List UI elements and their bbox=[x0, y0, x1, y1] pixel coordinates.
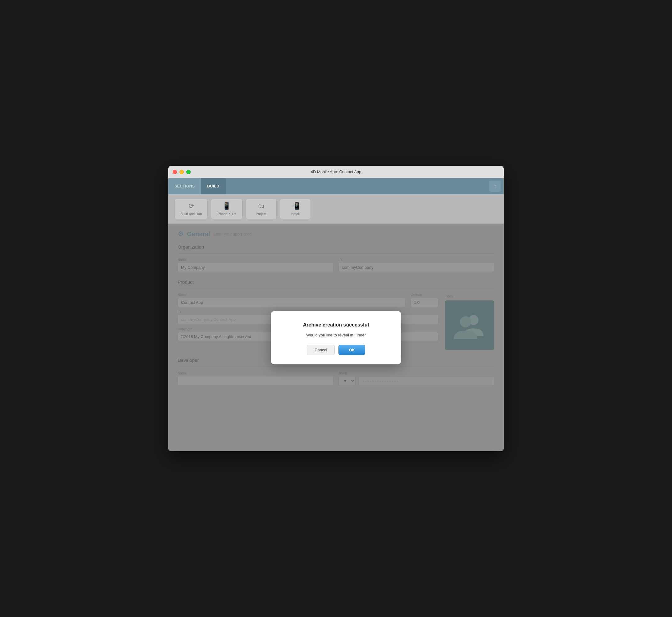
install-button[interactable]: 📲 Install bbox=[280, 199, 311, 219]
iphone-xr-label: iPhone XR bbox=[217, 212, 233, 216]
app-window: 4D Mobile App: Contact App SECTIONS BUIL… bbox=[168, 166, 504, 451]
build-run-icon: ⟳ bbox=[188, 202, 194, 210]
dialog-buttons: Cancel OK bbox=[307, 345, 365, 355]
iphone-xr-button[interactable]: 📱 iPhone XR ▼ bbox=[211, 199, 242, 219]
minimize-button[interactable] bbox=[179, 170, 184, 174]
dialog-title: Archive creation successful bbox=[303, 322, 369, 328]
fullscreen-button[interactable] bbox=[186, 170, 191, 174]
toolbar: SECTIONS BUILD ↑ bbox=[168, 178, 504, 194]
iphone-icon: 📱 bbox=[222, 202, 231, 210]
project-button[interactable]: 🗂 Project bbox=[245, 199, 277, 219]
close-button[interactable] bbox=[173, 170, 177, 174]
title-bar: 4D Mobile App: Contact App bbox=[168, 166, 504, 178]
dialog: Archive creation successful Would you li… bbox=[271, 311, 401, 364]
cancel-button[interactable]: Cancel bbox=[307, 345, 335, 355]
upload-icon: ↑ bbox=[494, 183, 496, 189]
modal-overlay: Archive creation successful Would you li… bbox=[168, 224, 504, 451]
window-title: 4D Mobile App: Contact App bbox=[311, 170, 361, 174]
traffic-lights bbox=[173, 170, 191, 174]
install-icon: 📲 bbox=[291, 202, 299, 210]
build-run-label: Build and Run bbox=[180, 212, 202, 216]
install-label: Install bbox=[291, 212, 300, 216]
build-and-run-button[interactable]: ⟳ Build and Run bbox=[175, 199, 208, 219]
upload-button[interactable]: ↑ bbox=[489, 181, 501, 192]
project-icon: 🗂 bbox=[258, 202, 265, 210]
tab-build[interactable]: BUILD bbox=[201, 178, 225, 194]
tab-sections[interactable]: SECTIONS bbox=[168, 178, 201, 194]
build-buttons-row: ⟳ Build and Run 📱 iPhone XR ▼ 🗂 Project … bbox=[168, 194, 504, 224]
dialog-message: Would you like to reveal in Finder bbox=[306, 333, 366, 337]
dropdown-arrow-icon: ▼ bbox=[234, 212, 236, 215]
project-label: Project bbox=[256, 212, 267, 216]
ok-button[interactable]: OK bbox=[338, 345, 365, 355]
main-content: ⚙ General Enter your app's prod Organiza… bbox=[168, 224, 504, 451]
